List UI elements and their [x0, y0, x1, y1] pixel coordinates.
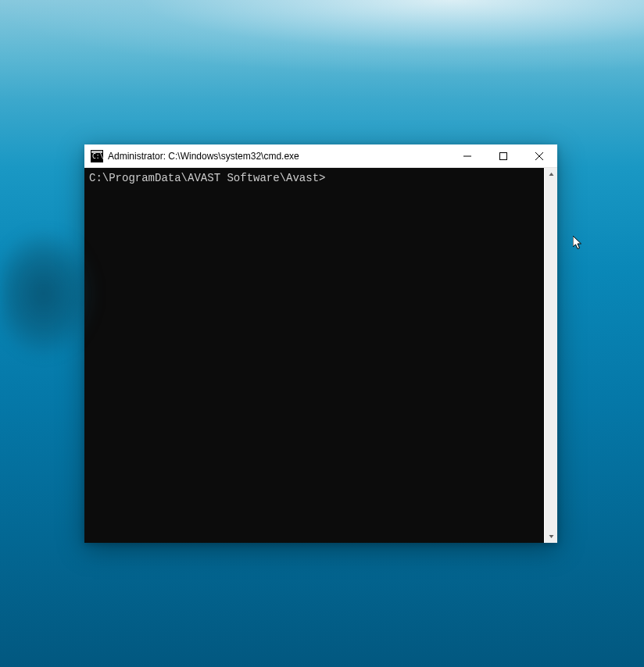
desktop-background: C:\ Administrator: C:\Windows\system32\c… — [0, 0, 644, 667]
scroll-down-button[interactable] — [545, 530, 557, 543]
cmd-window: C:\ Administrator: C:\Windows\system32\c… — [84, 144, 557, 543]
close-button[interactable] — [521, 144, 557, 167]
cmd-icon: C:\ — [91, 150, 103, 162]
window-body: C:\ProgramData\AVAST Software\Avast> — [84, 168, 557, 543]
scroll-track[interactable] — [545, 181, 557, 530]
minimize-button[interactable] — [449, 144, 485, 167]
window-controls — [449, 144, 557, 167]
terminal-area[interactable]: C:\ProgramData\AVAST Software\Avast> — [84, 168, 544, 543]
vertical-scrollbar[interactable] — [544, 168, 557, 543]
mouse-cursor-icon — [573, 236, 585, 251]
svg-text:C:\: C:\ — [92, 153, 103, 160]
window-titlebar[interactable]: C:\ Administrator: C:\Windows\system32\c… — [84, 144, 557, 168]
window-title: Administrator: C:\Windows\system32\cmd.e… — [108, 151, 449, 162]
terminal-prompt: C:\ProgramData\AVAST Software\Avast> — [89, 171, 539, 185]
svg-rect-4 — [500, 152, 507, 159]
maximize-button[interactable] — [485, 144, 521, 167]
scroll-up-button[interactable] — [545, 168, 557, 181]
